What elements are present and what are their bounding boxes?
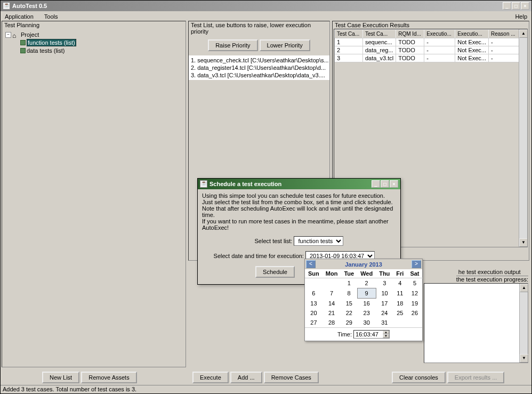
schedule-button[interactable]: Schedule: [255, 266, 295, 278]
dialog-text: If you want to run more test cases in th…: [202, 218, 396, 231]
calendar-day[interactable]: 2: [357, 278, 376, 288]
dow-header: Tue: [341, 269, 357, 278]
calendar-day[interactable]: 17: [376, 299, 393, 309]
execute-button[interactable]: Execute: [192, 372, 229, 383]
calendar-day[interactable]: 14: [323, 299, 341, 309]
list-item[interactable]: 2. data_register14.tcl [C:\Users\eathkar…: [190, 64, 328, 71]
close-button[interactable]: ×: [521, 2, 529, 10]
add-button[interactable]: Add ...: [230, 372, 262, 383]
col-header[interactable]: Test Ca...: [335, 30, 363, 38]
calendar-day[interactable]: 22: [341, 308, 357, 318]
calendar-month: January 2013: [345, 261, 382, 268]
calendar-day[interactable]: 27: [305, 318, 323, 327]
file-icon: [20, 48, 26, 53]
calendar-day[interactable]: 16: [357, 299, 376, 309]
col-header[interactable]: RQM Id...: [396, 30, 424, 38]
calendar-day[interactable]: 11: [393, 288, 407, 299]
calendar-day[interactable]: 28: [323, 318, 341, 327]
results-table[interactable]: Test Ca... Test Ca... RQM Id... Executio…: [334, 29, 527, 62]
scrollbar[interactable]: ▲ ▼: [519, 284, 528, 363]
file-icon: [20, 40, 26, 45]
test-list-select[interactable]: function tests: [294, 236, 343, 246]
dialog-maximize-button[interactable]: □: [381, 180, 389, 188]
calendar-day[interactable]: 10: [376, 288, 393, 299]
output-tab[interactable]: he test execution output: [456, 268, 528, 276]
calendar-day: [323, 278, 341, 288]
remove-assets-button[interactable]: Remove Assets: [81, 372, 136, 383]
time-spinner[interactable]: ▲ ▼: [353, 330, 390, 339]
calendar-day: [305, 278, 323, 288]
project-tree[interactable]: − Project function tests (list) data tes…: [2, 29, 186, 57]
calendar-day[interactable]: 4: [393, 278, 407, 288]
calendar-day[interactable]: 25: [393, 308, 407, 318]
main-titlebar: AutoTest 0.5 _ □ ×: [1, 1, 531, 11]
calendar-day[interactable]: 20: [305, 308, 323, 318]
clear-consoles-button[interactable]: Clear consoles: [392, 372, 446, 383]
calendar-day[interactable]: 24: [376, 308, 393, 318]
calendar-day[interactable]: 19: [407, 299, 422, 309]
calendar-prev-button[interactable]: <: [306, 260, 316, 268]
lower-priority-button[interactable]: Lower Priority: [260, 39, 310, 51]
calendar-day[interactable]: 6: [305, 288, 323, 299]
time-input[interactable]: [354, 331, 383, 338]
dow-header: Sun: [305, 269, 323, 278]
calendar-day[interactable]: 26: [407, 308, 422, 318]
calendar-day[interactable]: 5: [407, 278, 422, 288]
calendar-day[interactable]: 30: [357, 318, 376, 327]
calendar-day[interactable]: 15: [341, 299, 357, 309]
tree-collapse-icon[interactable]: −: [5, 32, 11, 38]
dow-header: Mon: [323, 269, 341, 278]
list-item[interactable]: 3. data_v3.tcl [C:\Users\eathkar\Desktop…: [190, 71, 328, 79]
calendar-day[interactable]: 1: [341, 278, 357, 288]
scroll-up-icon[interactable]: ▲: [520, 284, 528, 292]
table-row: 1sequenc...TODO-Not Exec...-: [335, 38, 527, 46]
export-results-button[interactable]: Export results ...: [447, 372, 504, 383]
home-icon: [12, 32, 20, 38]
tree-item-function-tests[interactable]: function tests (list): [27, 39, 76, 46]
calendar-grid[interactable]: Sun Mon Tue Wed Thu Fri Sat 123456789101…: [305, 269, 423, 327]
list-item[interactable]: 1. sequence_check.tcl [C:\Users\eathkar\…: [190, 57, 328, 64]
scroll-up-icon[interactable]: ▲: [519, 29, 528, 38]
calendar-day[interactable]: 3: [376, 278, 393, 288]
col-header[interactable]: Executio...: [455, 30, 489, 38]
new-list-button[interactable]: New List: [42, 372, 79, 383]
spinner-up-icon[interactable]: ▲: [383, 331, 389, 334]
calendar-day[interactable]: 18: [393, 299, 407, 309]
dialog-titlebar[interactable]: Schedule a test execution _ □ ×: [198, 179, 400, 189]
minimize-button[interactable]: _: [503, 2, 511, 10]
java-icon: [200, 180, 207, 188]
test-list-title: Test List, use buttons to raise, lower e…: [189, 21, 329, 35]
dialog-close-button[interactable]: ×: [390, 180, 398, 188]
scrollbar[interactable]: ▲ ▼: [519, 29, 527, 247]
calendar-day: [393, 318, 407, 327]
col-header[interactable]: Test Ca...: [363, 30, 396, 38]
dow-header: Wed: [357, 269, 376, 278]
dow-header: Fri: [393, 269, 407, 278]
maximize-button[interactable]: □: [512, 2, 520, 10]
calendar-day[interactable]: 7: [323, 288, 341, 299]
calendar-next-button[interactable]: >: [412, 260, 421, 268]
calendar-day[interactable]: 29: [341, 318, 357, 327]
calendar-day[interactable]: 23: [357, 308, 376, 318]
select-date-label: Select date and time for execution:: [214, 253, 304, 259]
scroll-down-icon[interactable]: ▼: [519, 238, 528, 247]
dialog-minimize-button[interactable]: _: [372, 180, 380, 188]
remove-cases-button[interactable]: Remove Cases: [264, 372, 319, 383]
results-title: Test Case Execution Results: [333, 21, 529, 29]
calendar-day[interactable]: 31: [376, 318, 393, 327]
dialog-text: Note that after scheduling AutoExec will…: [202, 205, 396, 218]
statusbar: Added 3 test cases. Total number of test…: [1, 385, 531, 393]
col-header[interactable]: Executio...: [424, 30, 455, 38]
spinner-down-icon[interactable]: ▼: [383, 334, 389, 338]
tree-item-data-tests[interactable]: data tests (list): [27, 47, 65, 54]
calendar-day[interactable]: 13: [305, 299, 323, 309]
calendar-day[interactable]: 9: [357, 288, 376, 299]
scroll-down-icon[interactable]: ▼: [520, 354, 528, 363]
select-test-list-label: Select test list:: [255, 238, 293, 244]
calendar-day[interactable]: 8: [341, 288, 357, 299]
window-title: AutoTest 0.5: [12, 3, 47, 9]
raise-priority-button[interactable]: Raise Priority: [208, 39, 257, 51]
calendar-day[interactable]: 12: [407, 288, 422, 299]
calendar-day[interactable]: 21: [323, 308, 341, 318]
tree-root[interactable]: Project: [21, 31, 39, 38]
